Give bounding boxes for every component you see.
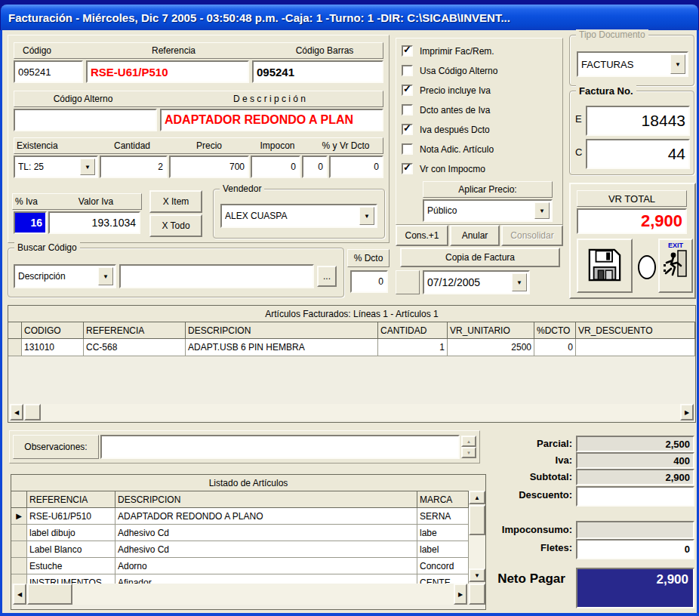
checkbox-icon[interactable]: [402, 85, 413, 96]
browse-button[interactable]: ...: [317, 266, 337, 287]
list-item-clipped[interactable]: INSTRUMENTOS Afinador CENTE: [11, 574, 469, 584]
col-referencia[interactable]: REFERENCIA: [27, 491, 115, 508]
precio-field[interactable]: 700: [169, 156, 249, 178]
codigo-field[interactable]: 095241: [14, 60, 83, 83]
chevron-down-icon[interactable]: ▼: [512, 273, 527, 291]
existencia-select[interactable]: TL: 25 ▼: [14, 156, 98, 178]
cell-descripcion[interactable]: ADAPTADOR REDONDO A PLANO: [115, 508, 417, 525]
cell-marca[interactable]: label: [417, 541, 469, 558]
list-item[interactable]: Label Blanco Adhesivo Cd label: [11, 541, 469, 558]
col-pct-dcto[interactable]: %DCTO: [534, 322, 576, 339]
row-selector-cell[interactable]: [11, 574, 27, 584]
cell-codigo[interactable]: 131010: [22, 339, 84, 356]
scroll-left-icon[interactable]: ◀: [13, 584, 26, 605]
valor-iva-field[interactable]: 193.1034: [48, 211, 140, 234]
x-item-button[interactable]: X Item: [149, 190, 202, 213]
cell-vr-descuento[interactable]: [576, 339, 695, 356]
list-item[interactable]: label dibujo Adhesivo Cd labe: [11, 525, 469, 541]
scrollbar-thumb[interactable]: [24, 404, 41, 420]
vendedor-select[interactable]: ALEX CUASPA ▼: [220, 204, 377, 228]
impocon-field[interactable]: 0: [251, 156, 300, 178]
consolidar-button[interactable]: Consolidar: [501, 225, 563, 246]
cell-referencia[interactable]: CC-568: [84, 339, 186, 356]
col-marca[interactable]: MARCA: [417, 491, 469, 508]
cell-descripcion[interactable]: Adhesivo Cd: [115, 541, 417, 558]
cell-referencia[interactable]: label dibujo: [27, 525, 115, 541]
x-todo-button[interactable]: X Todo: [149, 214, 202, 237]
checkbox-icon[interactable]: [402, 163, 413, 174]
cell-pct-dcto[interactable]: 0: [534, 339, 576, 356]
cell-descripcion[interactable]: Adorno: [115, 558, 417, 574]
scroll-left-icon[interactable]: ◀: [10, 404, 23, 420]
scroll-down-icon[interactable]: ▼: [469, 568, 485, 582]
buscar-input[interactable]: [119, 264, 314, 288]
dcto-vr-field[interactable]: 0: [329, 156, 383, 178]
cell-marca[interactable]: SERNA: [417, 508, 469, 525]
cell-descripcion[interactable]: ADAPT.USB 6 PIN HEMBRA: [186, 339, 378, 356]
checkbox-row[interactable]: Imprimir Fac/Rem.: [402, 45, 494, 57]
checkbox-row[interactable]: Dcto antes de Iva: [402, 104, 490, 116]
checkbox-icon[interactable]: [402, 45, 413, 57]
cell-referencia[interactable]: Label Blanco: [27, 541, 115, 558]
checkbox-row[interactable]: Precio incluye Iva: [402, 85, 491, 96]
checkbox-row[interactable]: Vr con Impocmo: [402, 163, 485, 174]
fecha-select[interactable]: 07/12/2005 ▼: [423, 270, 530, 294]
scroll-right-icon[interactable]: ▶: [454, 584, 467, 605]
col-referencia[interactable]: REFERENCIA: [84, 322, 186, 339]
col-descripcion[interactable]: DESCRIPCION: [115, 491, 417, 508]
row-selector-cell[interactable]: [11, 525, 27, 541]
referencia-field[interactable]: RSE-U61/P510: [86, 60, 249, 83]
cell-referencia[interactable]: Estuche: [27, 558, 115, 574]
tipo-documento-select[interactable]: FACTURAS ▼: [577, 51, 688, 77]
factura-e-field[interactable]: 18443: [586, 106, 690, 136]
list-item[interactable]: ▶ RSE-U61/P510 ADAPTADOR REDONDO A PLANO…: [11, 508, 469, 525]
col-cantidad[interactable]: CANTIDAD: [378, 322, 448, 339]
row-selector-cell[interactable]: [8, 339, 22, 356]
observaciones-spinner[interactable]: ▲ ▼: [461, 436, 476, 458]
checkbox-icon[interactable]: [402, 124, 413, 135]
anular-button[interactable]: Anular: [450, 225, 500, 246]
cantidad-field[interactable]: 2: [100, 156, 168, 178]
col-codigo[interactable]: CODIGO: [22, 322, 84, 339]
facturados-h-scrollbar[interactable]: ◀ ▶: [10, 404, 694, 420]
aplicar-precio-select[interactable]: Público ▼: [423, 199, 553, 222]
title-bar[interactable]: Facturación - Miércoles, Dic 7 2005 - 03…: [1, 5, 698, 30]
spinner-down-icon[interactable]: ▼: [461, 447, 476, 458]
exit-button[interactable]: EXIT: [658, 239, 693, 293]
col-descripcion[interactable]: DESCRIPCION: [186, 322, 378, 339]
checkbox-icon[interactable]: [402, 104, 413, 116]
col-vr-unitario[interactable]: VR_UNITARIO: [448, 322, 534, 339]
pct-dcto-field[interactable]: 0: [350, 270, 388, 293]
checkbox-row[interactable]: Iva después Dcto: [402, 124, 490, 135]
col-vr-descuento[interactable]: VR_DESCUENTO: [576, 322, 695, 339]
factura-c-field[interactable]: 44: [586, 139, 690, 169]
fletes-field[interactable]: 0: [576, 539, 694, 559]
descuento-field[interactable]: [576, 486, 694, 507]
copia-factura-button[interactable]: Copia de Factura: [400, 248, 560, 267]
checkbox-row[interactable]: Usa Código Alterno: [402, 65, 497, 76]
cell-referencia[interactable]: RSE-U61/P510: [27, 508, 115, 525]
listado-v-scrollbar[interactable]: ▲ ▼: [469, 491, 485, 582]
dcto-pct-field[interactable]: 0: [302, 156, 328, 178]
chevron-down-icon[interactable]: ▼: [670, 54, 685, 74]
cell-referencia[interactable]: INSTRUMENTOS: [27, 574, 115, 584]
scrollbar-thumb[interactable]: [27, 584, 72, 605]
codigo-alterno-field[interactable]: [14, 109, 157, 131]
row-selector-cell[interactable]: [11, 541, 27, 558]
save-button[interactable]: [577, 239, 633, 293]
row-selector-cell[interactable]: [11, 558, 27, 574]
list-item[interactable]: Estuche Adorno Concord: [11, 558, 469, 574]
cell-cantidad[interactable]: 1: [378, 339, 448, 356]
codigo-barras-field[interactable]: 095241: [252, 60, 383, 83]
cell-marca[interactable]: labe: [417, 525, 469, 541]
cell-marca[interactable]: Concord: [417, 558, 469, 574]
observaciones-input[interactable]: [100, 435, 460, 459]
checkbox-icon[interactable]: [402, 65, 413, 76]
descripcion-field[interactable]: ADAPTADOR REDONDO A PLAN: [160, 109, 383, 131]
cell-vr-unitario[interactable]: 2500: [448, 339, 534, 356]
table-row[interactable]: 131010 CC-568 ADAPT.USB 6 PIN HEMBRA 1 2…: [8, 339, 695, 356]
iva-pct-field[interactable]: 16: [14, 211, 47, 234]
checkbox-icon[interactable]: [402, 143, 413, 155]
chevron-down-icon[interactable]: ▼: [534, 202, 550, 219]
cell-descripcion[interactable]: Afinador: [115, 574, 417, 584]
